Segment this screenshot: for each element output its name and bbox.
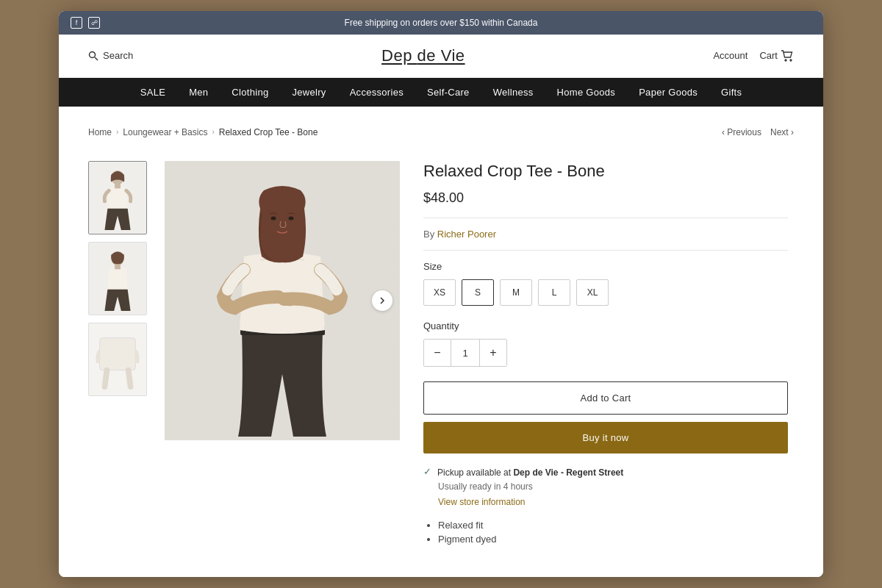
logo-de: de [417, 46, 436, 65]
pickup-info: Pickup available at Dep de Vie - Regent … [437, 465, 623, 478]
search-area[interactable]: Search [88, 50, 133, 61]
announcement-text: Free shipping on orders over $150 within… [345, 18, 538, 28]
product-area: Relaxed Crop Tee - Bone $48.00 By Richer… [88, 161, 794, 548]
size-m[interactable]: M [500, 279, 532, 306]
svg-rect-6 [115, 183, 121, 188]
nav-item-sale[interactable]: SALE [140, 87, 165, 98]
thumbnail-1[interactable] [88, 161, 147, 234]
product-info: Relaxed Crop Tee - Bone $48.00 By Richer… [417, 161, 794, 548]
svg-point-2 [785, 60, 786, 61]
pickup-section: ✓ Pickup available at Dep de Vie - Regen… [423, 465, 788, 478]
quantity-value: 1 [451, 340, 480, 366]
svg-rect-11 [100, 337, 136, 370]
main-image [165, 161, 400, 440]
pickup-ready-text: Usually ready in 4 hours [438, 481, 788, 492]
by-text: By [423, 229, 434, 240]
svg-line-1 [95, 57, 98, 60]
product-title: Relaxed Crop Tee - Bone [423, 161, 788, 182]
breadcrumb-sep-1: › [116, 128, 118, 136]
size-xl[interactable]: XL [576, 279, 609, 306]
view-store-link[interactable]: View store information [438, 497, 526, 507]
logo-dep: Dep [381, 46, 417, 65]
logo: Dep de Vie [381, 46, 465, 65]
svg-rect-9 [115, 264, 121, 269]
cart-icon [781, 50, 794, 62]
nav-item-accessories[interactable]: Accessories [350, 87, 404, 98]
social-icons: f ☍ [71, 17, 100, 29]
instagram-icon[interactable]: ☍ [88, 17, 100, 29]
breadcrumb-sep-2: › [212, 128, 214, 136]
pickup-location: Dep de Vie - Regent Street [513, 467, 623, 478]
nav-item-men[interactable]: Men [189, 87, 208, 98]
search-icon [88, 51, 98, 61]
nav-item-wellness[interactable]: Wellness [493, 87, 534, 98]
size-l[interactable]: L [538, 279, 570, 306]
brand-divider [423, 250, 788, 251]
breadcrumb-row: Home › Loungewear + Basics › Relaxed Cro… [88, 107, 794, 158]
thumbnail-3[interactable] [88, 323, 147, 396]
cart-label: Cart [759, 50, 778, 61]
product-features: Relaxed fit Pigment dyed [423, 520, 788, 545]
svg-point-3 [790, 60, 792, 61]
buy-now-button[interactable]: Buy it now [423, 422, 788, 453]
pickup-available-label: Pickup available at [437, 467, 511, 478]
nav-item-jewelry[interactable]: Jewelry [292, 87, 326, 98]
brand-line: By Richer Poorer [423, 229, 788, 240]
nav-item-home-goods[interactable]: Home Goods [557, 87, 616, 98]
nav-item-clothing[interactable]: Clothing [232, 87, 268, 98]
pagination-nav: ‹ Previous Next › [722, 127, 794, 137]
previous-link[interactable]: ‹ Previous [722, 127, 761, 137]
brand-link[interactable]: Richer Poorer [437, 229, 496, 240]
svg-point-18 [289, 216, 294, 220]
header: Search Dep de Vie Account Cart [59, 35, 823, 78]
quantity-section: Quantity − 1 + [423, 320, 788, 367]
add-to-cart-button[interactable]: Add to Cart [423, 381, 788, 415]
next-link[interactable]: Next › [770, 127, 794, 137]
announcement-bar: f ☍ Free shipping on orders over $150 wi… [59, 11, 823, 35]
quantity-controls: − 1 + [423, 339, 507, 367]
facebook-icon[interactable]: f [71, 17, 82, 29]
nav-bar: SALE Men Clothing Jewelry Accessories Se… [59, 78, 823, 107]
feature-1: Relaxed fit [438, 520, 788, 531]
breadcrumb-current: Relaxed Crop Tee - Bone [219, 127, 318, 137]
thumbnails [88, 161, 147, 548]
next-image-button[interactable] [372, 290, 392, 311]
browser-window: f ☍ Free shipping on orders over $150 wi… [59, 11, 823, 578]
size-xs[interactable]: XS [423, 279, 456, 306]
quantity-decrease[interactable]: − [424, 340, 451, 366]
cart-button[interactable]: Cart [759, 50, 794, 62]
quantity-label: Quantity [423, 320, 788, 331]
product-price: $48.00 [423, 190, 788, 206]
pickup-available-text: Pickup available at Dep de Vie - Regent … [437, 467, 623, 478]
size-label: Size [423, 261, 788, 272]
quantity-increase[interactable]: + [480, 340, 506, 366]
thumbnail-2[interactable] [88, 242, 147, 315]
nav-item-paper-goods[interactable]: Paper Goods [639, 87, 698, 98]
breadcrumb-category[interactable]: Loungewear + Basics [123, 127, 207, 137]
breadcrumb: Home › Loungewear + Basics › Relaxed Cro… [88, 117, 318, 148]
size-options: XS S M L XL [423, 279, 788, 306]
nav-item-gifts[interactable]: Gifts [721, 87, 742, 98]
size-s[interactable]: S [462, 279, 494, 306]
nav-item-self-care[interactable]: Self-Care [427, 87, 470, 98]
main-content: Home › Loungewear + Basics › Relaxed Cro… [59, 107, 823, 578]
logo-vie: Vie [436, 46, 465, 65]
breadcrumb-home[interactable]: Home [88, 127, 112, 137]
price-divider [423, 218, 788, 218]
svg-point-0 [90, 51, 96, 57]
header-right: Account Cart [713, 50, 794, 62]
pickup-check-icon: ✓ [423, 466, 431, 477]
svg-point-17 [271, 216, 276, 220]
feature-2: Pigment dyed [438, 534, 788, 545]
account-link[interactable]: Account [713, 50, 747, 61]
search-label: Search [103, 50, 133, 61]
